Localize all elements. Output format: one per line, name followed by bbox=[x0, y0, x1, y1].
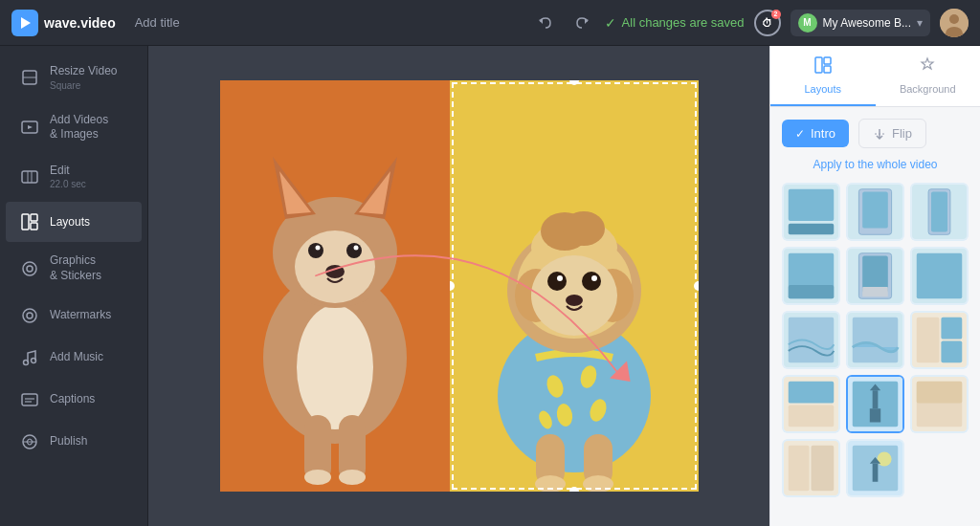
layout-thumb-14[interactable] bbox=[782, 439, 840, 497]
svg-point-55 bbox=[563, 211, 605, 246]
background-tab-icon bbox=[918, 55, 937, 79]
sidebar-item-graphics[interactable]: Graphics& Stickers bbox=[6, 244, 142, 293]
canvas-content bbox=[220, 80, 699, 492]
add-title-input[interactable]: Add title bbox=[135, 15, 180, 30]
layout-thumb-2[interactable] bbox=[846, 183, 904, 241]
svg-point-60 bbox=[591, 275, 597, 281]
canvas-left bbox=[220, 80, 450, 492]
flip-button[interactable]: Flip bbox=[858, 119, 926, 148]
svg-point-37 bbox=[353, 246, 358, 251]
svg-point-36 bbox=[315, 246, 320, 251]
saved-text: All changes are saved bbox=[622, 15, 745, 30]
sidebar-item-music[interactable]: Add Music bbox=[6, 338, 142, 378]
header: wave.video Add title ✓ All changes are s… bbox=[0, 0, 980, 46]
sidebar: Resize VideoSquare Add Videos& Images Ed… bbox=[0, 46, 148, 526]
sidebar-item-publish[interactable]: Publish bbox=[6, 422, 142, 462]
sidebar-item-captions[interactable]: Captions bbox=[6, 380, 142, 420]
layout-thumb-7[interactable] bbox=[910, 247, 969, 305]
panel-tabs: Layouts Background bbox=[770, 46, 980, 107]
layout-thumb-9[interactable] bbox=[846, 311, 904, 369]
flip-label: Flip bbox=[892, 126, 912, 141]
layout-thumb-5[interactable] bbox=[846, 247, 904, 305]
layouts-tab-icon bbox=[813, 55, 833, 79]
svg-point-35 bbox=[346, 243, 362, 258]
svg-rect-12 bbox=[22, 214, 29, 230]
svg-marker-2 bbox=[585, 18, 589, 24]
background-tab-label: Background bbox=[900, 83, 956, 95]
layout-thumb-3[interactable] bbox=[910, 183, 969, 241]
captions-icon bbox=[19, 389, 40, 410]
canvas-area bbox=[148, 46, 769, 526]
add-videos-icon bbox=[19, 117, 40, 138]
logo-text: wave.video bbox=[44, 15, 116, 31]
logo[interactable]: wave.video bbox=[11, 10, 116, 36]
panel-content: ✓ Intro Flip Apply to the whole video bbox=[770, 107, 980, 526]
layout-thumb-12[interactable] bbox=[846, 375, 904, 433]
layout-thumb-11[interactable] bbox=[782, 375, 840, 433]
layout-thumb-10[interactable] bbox=[910, 311, 969, 369]
svg-rect-85 bbox=[862, 256, 888, 293]
saved-status: ✓ All changes are saved bbox=[605, 15, 745, 31]
timer-badge[interactable]: ⏱ 2 bbox=[754, 10, 781, 36]
watermarks-icon bbox=[19, 305, 40, 326]
svg-rect-82 bbox=[789, 285, 835, 298]
chevron-down-icon: ▾ bbox=[917, 16, 923, 30]
redo-button[interactable] bbox=[568, 10, 595, 36]
sidebar-edit-label: Edit22.0 sec bbox=[50, 164, 86, 191]
sidebar-layouts-label: Layouts bbox=[50, 215, 90, 230]
handle-right[interactable] bbox=[694, 281, 699, 291]
graphics-icon bbox=[19, 258, 40, 279]
tab-layouts[interactable]: Layouts bbox=[770, 46, 876, 106]
sidebar-item-add-videos[interactable]: Add Videos& Images bbox=[6, 103, 142, 152]
layout-thumb-1[interactable] bbox=[782, 183, 840, 241]
sidebar-item-edit[interactable]: Edit22.0 sec bbox=[6, 154, 142, 201]
sidebar-item-layouts[interactable]: Layouts bbox=[6, 202, 142, 242]
edit-icon bbox=[19, 166, 40, 187]
sidebar-publish-label: Publish bbox=[50, 434, 87, 449]
avatar[interactable] bbox=[940, 9, 969, 37]
layout-thumb-8[interactable] bbox=[782, 311, 840, 369]
svg-point-42 bbox=[339, 470, 366, 485]
check-icon: ✓ bbox=[605, 15, 616, 31]
svg-rect-95 bbox=[941, 318, 962, 340]
sidebar-music-label: Add Music bbox=[50, 350, 103, 365]
intro-check-icon: ✓ bbox=[795, 127, 805, 141]
resize-icon bbox=[19, 67, 40, 88]
apply-whole-video-link[interactable]: Apply to the whole video bbox=[782, 158, 969, 171]
layout-thumb-13[interactable] bbox=[910, 375, 969, 433]
layout-thumb-4[interactable] bbox=[782, 247, 840, 305]
svg-rect-76 bbox=[862, 192, 888, 229]
svg-rect-86 bbox=[862, 287, 888, 296]
svg-rect-99 bbox=[789, 405, 835, 427]
svg-point-34 bbox=[308, 243, 323, 258]
svg-rect-13 bbox=[31, 214, 37, 221]
sidebar-item-watermarks[interactable]: Watermarks bbox=[6, 296, 142, 336]
svg-point-113 bbox=[877, 451, 891, 466]
svg-rect-69 bbox=[824, 66, 831, 73]
tab-background[interactable]: Background bbox=[876, 46, 981, 106]
publish-icon bbox=[19, 431, 40, 452]
svg-point-16 bbox=[27, 266, 33, 272]
workspace-selector[interactable]: M My Awesome B... ▾ bbox=[791, 10, 930, 36]
workspace-name: My Awesome B... bbox=[823, 16, 911, 30]
right-panel: Layouts Background ✓ Intro bbox=[769, 46, 980, 526]
sidebar-add-videos-label: Add Videos& Images bbox=[50, 113, 108, 142]
svg-point-19 bbox=[24, 360, 29, 364]
intro-button[interactable]: ✓ Intro bbox=[782, 120, 849, 147]
svg-rect-68 bbox=[824, 57, 831, 64]
layout-thumb-15[interactable] bbox=[846, 439, 904, 497]
svg-point-41 bbox=[304, 470, 331, 485]
handle-bottom[interactable] bbox=[569, 487, 579, 492]
undo-button[interactable] bbox=[532, 10, 559, 36]
canvas-right[interactable] bbox=[450, 80, 699, 492]
svg-rect-104 bbox=[870, 408, 880, 422]
layouts-grid bbox=[782, 183, 969, 497]
svg-point-20 bbox=[32, 358, 36, 362]
header-controls: ✓ All changes are saved ⏱ 2 M My Awesome… bbox=[532, 9, 969, 37]
svg-point-59 bbox=[557, 275, 563, 281]
svg-rect-96 bbox=[941, 340, 962, 362]
sidebar-item-resize[interactable]: Resize VideoSquare bbox=[6, 55, 142, 101]
svg-rect-98 bbox=[789, 382, 835, 404]
svg-rect-14 bbox=[31, 223, 37, 230]
svg-rect-114 bbox=[873, 464, 879, 482]
